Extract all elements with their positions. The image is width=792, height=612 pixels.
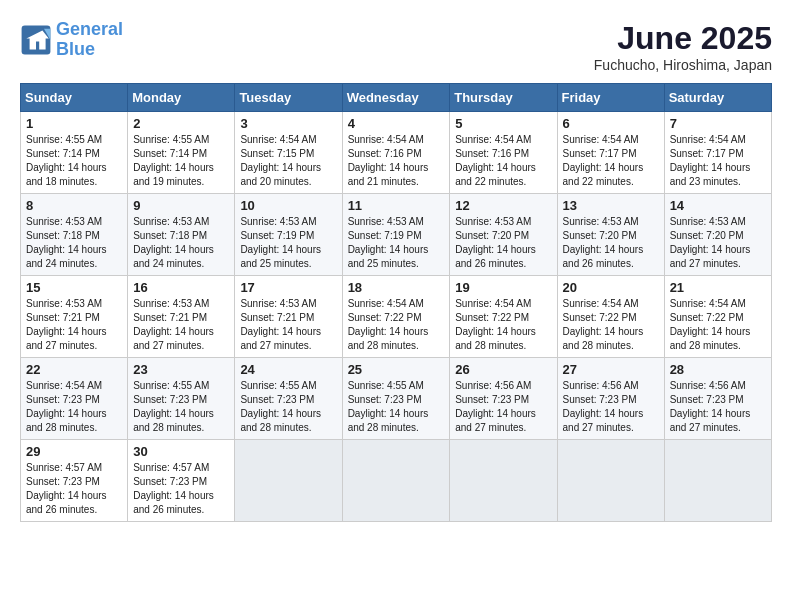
day-number: 15 xyxy=(26,280,122,295)
calendar-cell: 20 Sunrise: 4:54 AM Sunset: 7:22 PM Dayl… xyxy=(557,276,664,358)
cell-info: Sunrise: 4:54 AM Sunset: 7:17 PM Dayligh… xyxy=(670,133,766,189)
day-number: 12 xyxy=(455,198,551,213)
day-number: 27 xyxy=(563,362,659,377)
calendar-cell: 22 Sunrise: 4:54 AM Sunset: 7:23 PM Dayl… xyxy=(21,358,128,440)
cell-info: Sunrise: 4:54 AM Sunset: 7:22 PM Dayligh… xyxy=(455,297,551,353)
header-monday: Monday xyxy=(128,84,235,112)
day-number: 5 xyxy=(455,116,551,131)
day-number: 8 xyxy=(26,198,122,213)
day-number: 11 xyxy=(348,198,445,213)
cell-info: Sunrise: 4:55 AM Sunset: 7:14 PM Dayligh… xyxy=(26,133,122,189)
day-number: 22 xyxy=(26,362,122,377)
calendar-cell: 25 Sunrise: 4:55 AM Sunset: 7:23 PM Dayl… xyxy=(342,358,450,440)
logo: General Blue xyxy=(20,20,123,60)
day-number: 7 xyxy=(670,116,766,131)
cell-info: Sunrise: 4:53 AM Sunset: 7:18 PM Dayligh… xyxy=(133,215,229,271)
calendar-cell: 4 Sunrise: 4:54 AM Sunset: 7:16 PM Dayli… xyxy=(342,112,450,194)
day-number: 26 xyxy=(455,362,551,377)
calendar-cell: 3 Sunrise: 4:54 AM Sunset: 7:15 PM Dayli… xyxy=(235,112,342,194)
cell-info: Sunrise: 4:55 AM Sunset: 7:23 PM Dayligh… xyxy=(133,379,229,435)
calendar-cell: 16 Sunrise: 4:53 AM Sunset: 7:21 PM Dayl… xyxy=(128,276,235,358)
calendar-cell xyxy=(235,440,342,522)
calendar-cell: 10 Sunrise: 4:53 AM Sunset: 7:19 PM Dayl… xyxy=(235,194,342,276)
calendar-cell: 12 Sunrise: 4:53 AM Sunset: 7:20 PM Dayl… xyxy=(450,194,557,276)
cell-info: Sunrise: 4:53 AM Sunset: 7:21 PM Dayligh… xyxy=(133,297,229,353)
day-number: 1 xyxy=(26,116,122,131)
header-sunday: Sunday xyxy=(21,84,128,112)
header-saturday: Saturday xyxy=(664,84,771,112)
calendar-cell: 1 Sunrise: 4:55 AM Sunset: 7:14 PM Dayli… xyxy=(21,112,128,194)
calendar-cell: 27 Sunrise: 4:56 AM Sunset: 7:23 PM Dayl… xyxy=(557,358,664,440)
cell-info: Sunrise: 4:54 AM Sunset: 7:22 PM Dayligh… xyxy=(348,297,445,353)
calendar-week-row: 22 Sunrise: 4:54 AM Sunset: 7:23 PM Dayl… xyxy=(21,358,772,440)
cell-info: Sunrise: 4:56 AM Sunset: 7:23 PM Dayligh… xyxy=(455,379,551,435)
calendar-cell: 19 Sunrise: 4:54 AM Sunset: 7:22 PM Dayl… xyxy=(450,276,557,358)
calendar-cell xyxy=(664,440,771,522)
month-title: June 2025 xyxy=(594,20,772,57)
calendar-table: SundayMondayTuesdayWednesdayThursdayFrid… xyxy=(20,83,772,522)
header-tuesday: Tuesday xyxy=(235,84,342,112)
calendar-week-row: 29 Sunrise: 4:57 AM Sunset: 7:23 PM Dayl… xyxy=(21,440,772,522)
day-number: 23 xyxy=(133,362,229,377)
logo-text: General Blue xyxy=(56,20,123,60)
cell-info: Sunrise: 4:53 AM Sunset: 7:21 PM Dayligh… xyxy=(240,297,336,353)
page-header: General Blue June 2025 Fuchucho, Hiroshi… xyxy=(20,20,772,73)
cell-info: Sunrise: 4:57 AM Sunset: 7:23 PM Dayligh… xyxy=(26,461,122,517)
cell-info: Sunrise: 4:54 AM Sunset: 7:22 PM Dayligh… xyxy=(563,297,659,353)
calendar-cell: 7 Sunrise: 4:54 AM Sunset: 7:17 PM Dayli… xyxy=(664,112,771,194)
calendar-cell: 29 Sunrise: 4:57 AM Sunset: 7:23 PM Dayl… xyxy=(21,440,128,522)
cell-info: Sunrise: 4:55 AM Sunset: 7:23 PM Dayligh… xyxy=(348,379,445,435)
cell-info: Sunrise: 4:56 AM Sunset: 7:23 PM Dayligh… xyxy=(670,379,766,435)
day-number: 19 xyxy=(455,280,551,295)
calendar-cell: 30 Sunrise: 4:57 AM Sunset: 7:23 PM Dayl… xyxy=(128,440,235,522)
calendar-cell: 14 Sunrise: 4:53 AM Sunset: 7:20 PM Dayl… xyxy=(664,194,771,276)
cell-info: Sunrise: 4:54 AM Sunset: 7:15 PM Dayligh… xyxy=(240,133,336,189)
calendar-cell xyxy=(450,440,557,522)
day-number: 13 xyxy=(563,198,659,213)
logo-icon xyxy=(20,24,52,56)
calendar-cell: 23 Sunrise: 4:55 AM Sunset: 7:23 PM Dayl… xyxy=(128,358,235,440)
calendar-cell: 9 Sunrise: 4:53 AM Sunset: 7:18 PM Dayli… xyxy=(128,194,235,276)
cell-info: Sunrise: 4:53 AM Sunset: 7:18 PM Dayligh… xyxy=(26,215,122,271)
cell-info: Sunrise: 4:53 AM Sunset: 7:20 PM Dayligh… xyxy=(455,215,551,271)
day-number: 10 xyxy=(240,198,336,213)
cell-info: Sunrise: 4:56 AM Sunset: 7:23 PM Dayligh… xyxy=(563,379,659,435)
calendar-cell: 11 Sunrise: 4:53 AM Sunset: 7:19 PM Dayl… xyxy=(342,194,450,276)
day-number: 25 xyxy=(348,362,445,377)
day-number: 14 xyxy=(670,198,766,213)
calendar-cell: 17 Sunrise: 4:53 AM Sunset: 7:21 PM Dayl… xyxy=(235,276,342,358)
header-friday: Friday xyxy=(557,84,664,112)
day-number: 4 xyxy=(348,116,445,131)
day-number: 29 xyxy=(26,444,122,459)
header-wednesday: Wednesday xyxy=(342,84,450,112)
calendar-cell: 5 Sunrise: 4:54 AM Sunset: 7:16 PM Dayli… xyxy=(450,112,557,194)
calendar-cell xyxy=(342,440,450,522)
cell-info: Sunrise: 4:54 AM Sunset: 7:16 PM Dayligh… xyxy=(455,133,551,189)
cell-info: Sunrise: 4:53 AM Sunset: 7:19 PM Dayligh… xyxy=(348,215,445,271)
cell-info: Sunrise: 4:54 AM Sunset: 7:22 PM Dayligh… xyxy=(670,297,766,353)
cell-info: Sunrise: 4:57 AM Sunset: 7:23 PM Dayligh… xyxy=(133,461,229,517)
calendar-cell: 18 Sunrise: 4:54 AM Sunset: 7:22 PM Dayl… xyxy=(342,276,450,358)
calendar-header-row: SundayMondayTuesdayWednesdayThursdayFrid… xyxy=(21,84,772,112)
calendar-cell: 28 Sunrise: 4:56 AM Sunset: 7:23 PM Dayl… xyxy=(664,358,771,440)
header-thursday: Thursday xyxy=(450,84,557,112)
cell-info: Sunrise: 4:53 AM Sunset: 7:19 PM Dayligh… xyxy=(240,215,336,271)
calendar-cell: 21 Sunrise: 4:54 AM Sunset: 7:22 PM Dayl… xyxy=(664,276,771,358)
calendar-cell: 15 Sunrise: 4:53 AM Sunset: 7:21 PM Dayl… xyxy=(21,276,128,358)
day-number: 30 xyxy=(133,444,229,459)
day-number: 17 xyxy=(240,280,336,295)
day-number: 6 xyxy=(563,116,659,131)
calendar-cell: 2 Sunrise: 4:55 AM Sunset: 7:14 PM Dayli… xyxy=(128,112,235,194)
calendar-cell: 26 Sunrise: 4:56 AM Sunset: 7:23 PM Dayl… xyxy=(450,358,557,440)
calendar-cell: 8 Sunrise: 4:53 AM Sunset: 7:18 PM Dayli… xyxy=(21,194,128,276)
day-number: 24 xyxy=(240,362,336,377)
calendar-cell xyxy=(557,440,664,522)
title-area: June 2025 Fuchucho, Hiroshima, Japan xyxy=(594,20,772,73)
day-number: 16 xyxy=(133,280,229,295)
day-number: 21 xyxy=(670,280,766,295)
day-number: 2 xyxy=(133,116,229,131)
cell-info: Sunrise: 4:54 AM Sunset: 7:23 PM Dayligh… xyxy=(26,379,122,435)
day-number: 9 xyxy=(133,198,229,213)
cell-info: Sunrise: 4:54 AM Sunset: 7:16 PM Dayligh… xyxy=(348,133,445,189)
cell-info: Sunrise: 4:53 AM Sunset: 7:20 PM Dayligh… xyxy=(563,215,659,271)
